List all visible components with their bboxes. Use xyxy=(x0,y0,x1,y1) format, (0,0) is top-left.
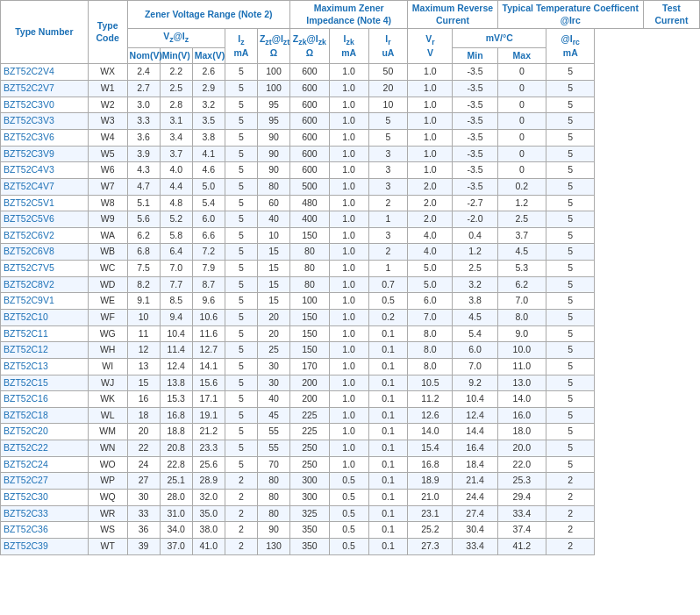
table-cell: 27.3 xyxy=(408,538,453,554)
table-cell: 4.5 xyxy=(453,310,497,326)
table-cell: 33 xyxy=(127,505,160,522)
table-cell: 2 xyxy=(225,522,257,539)
table-cell: 55 xyxy=(257,440,289,457)
table-cell: WN xyxy=(88,440,127,457)
table-row: BZT52C39WT3937.041.021303500.50.127.333.… xyxy=(1,538,700,554)
table-cell: 480 xyxy=(290,195,330,211)
table-cell: 300 xyxy=(290,473,330,490)
table-cell: 41.2 xyxy=(497,538,546,554)
table-cell: 35.0 xyxy=(192,505,225,522)
table-cell: 1.0 xyxy=(329,342,368,359)
table-cell: 225 xyxy=(290,424,330,440)
table-cell: 5 xyxy=(546,276,595,293)
table-cell: 200 xyxy=(290,391,330,408)
table-cell: 5 xyxy=(368,113,408,130)
table-cell: BZT52C39 xyxy=(1,538,89,554)
table-row: BZT52C12WH1211.412.75251501.00.18.06.010… xyxy=(1,342,700,359)
table-cell: 5.0 xyxy=(408,261,453,277)
table-cell: 1.0 xyxy=(329,424,368,440)
table-cell: 5 xyxy=(546,310,595,326)
table-cell: 2 xyxy=(546,473,595,490)
table-cell: 60 xyxy=(257,195,289,211)
table-cell: 12.7 xyxy=(192,342,225,359)
header-vr: VrV xyxy=(408,29,453,64)
table-cell: 100 xyxy=(257,64,289,81)
table-cell: 39 xyxy=(127,538,160,554)
table-cell: 1.0 xyxy=(329,456,368,473)
table-cell: WI xyxy=(88,358,127,375)
table-cell: 37.4 xyxy=(497,522,546,539)
table-cell: 0 xyxy=(497,64,546,81)
table-cell: 5 xyxy=(546,195,595,211)
table-cell: 3.8 xyxy=(453,293,497,310)
table-cell: 9.2 xyxy=(453,375,497,391)
table-cell: 33.4 xyxy=(453,538,497,554)
table-cell: 10 xyxy=(127,310,160,326)
table-cell: 2.0 xyxy=(408,178,453,195)
table-cell: W3 xyxy=(88,113,127,130)
table-cell: 5 xyxy=(368,129,408,146)
table-row: BZT52C20WM2018.821.25552251.00.114.014.4… xyxy=(1,424,700,440)
table-cell: BZT52C11 xyxy=(1,325,89,342)
table-cell: 7.0 xyxy=(160,261,192,277)
table-cell: WK xyxy=(88,391,127,408)
table-cell: 3.6 xyxy=(127,129,160,146)
table-cell: 0.1 xyxy=(368,358,408,375)
table-cell: 1.0 xyxy=(329,195,368,211)
table-cell: 19.1 xyxy=(192,407,225,424)
table-row: BZT52C6V8WB6.86.47.2515801.024.01.24.55 xyxy=(1,244,700,261)
table-cell: 18.9 xyxy=(408,473,453,490)
table-cell: 3.8 xyxy=(192,129,225,146)
table-row: BZT52C5V6W95.65.26.05404001.012.0-2.02.5… xyxy=(1,211,700,228)
table-cell: 10.4 xyxy=(160,325,192,342)
table-cell: 24.4 xyxy=(453,490,497,506)
table-cell: 600 xyxy=(290,64,330,81)
table-cell: 11.6 xyxy=(192,325,225,342)
table-cell: BZT52C36 xyxy=(1,522,89,539)
table-cell: BZT52C8V2 xyxy=(1,276,89,293)
table-cell: 5 xyxy=(225,244,257,261)
table-cell: 5 xyxy=(225,195,257,211)
table-cell: WB xyxy=(88,244,127,261)
table-row: BZT52C33WR3331.035.02803250.50.123.127.4… xyxy=(1,505,700,522)
table-cell: 150 xyxy=(290,310,330,326)
table-cell: 25 xyxy=(257,342,289,359)
table-cell: WG xyxy=(88,325,127,342)
table-row: BZT52C9V1WE9.18.59.65151001.00.56.03.87.… xyxy=(1,293,700,310)
table-cell: 4.0 xyxy=(160,162,192,179)
table-cell: BZT52C15 xyxy=(1,375,89,391)
table-cell: 11.4 xyxy=(160,342,192,359)
table-cell: 5.0 xyxy=(408,276,453,293)
table-cell: WT xyxy=(88,538,127,554)
table-cell: 6.2 xyxy=(497,276,546,293)
table-cell: W1 xyxy=(88,81,127,97)
table-cell: 0.1 xyxy=(368,505,408,522)
table-cell: 1.0 xyxy=(329,440,368,457)
table-cell: 33.4 xyxy=(497,505,546,522)
table-cell: 1.0 xyxy=(329,97,368,113)
table-cell: WE xyxy=(88,293,127,310)
table-cell: 3.2 xyxy=(192,97,225,113)
table-cell: 5.6 xyxy=(127,211,160,228)
table-cell: 6.8 xyxy=(127,244,160,261)
table-cell: WA xyxy=(88,227,127,244)
table-row: BZT52C2V4WX2.42.22.651006001.0501.0-3.50… xyxy=(1,64,700,81)
table-cell: 0.1 xyxy=(368,473,408,490)
table-cell: 1.0 xyxy=(329,407,368,424)
table-cell: 1.0 xyxy=(408,162,453,179)
table-cell: 0 xyxy=(497,113,546,130)
table-cell: 5 xyxy=(225,407,257,424)
table-cell: 1.0 xyxy=(408,113,453,130)
table-cell: 2.5 xyxy=(160,81,192,97)
table-cell: 13 xyxy=(127,358,160,375)
table-cell: 18.8 xyxy=(160,424,192,440)
table-cell: 30 xyxy=(127,490,160,506)
table-cell: 100 xyxy=(290,293,330,310)
table-cell: 40 xyxy=(257,211,289,228)
table-cell: 150 xyxy=(290,342,330,359)
table-row: BZT52C7V5WC7.57.07.9515801.015.02.55.35 xyxy=(1,261,700,277)
table-cell: W7 xyxy=(88,178,127,195)
table-cell: 28.0 xyxy=(160,490,192,506)
table-cell: 1.0 xyxy=(329,325,368,342)
table-cell: 8.2 xyxy=(127,276,160,293)
